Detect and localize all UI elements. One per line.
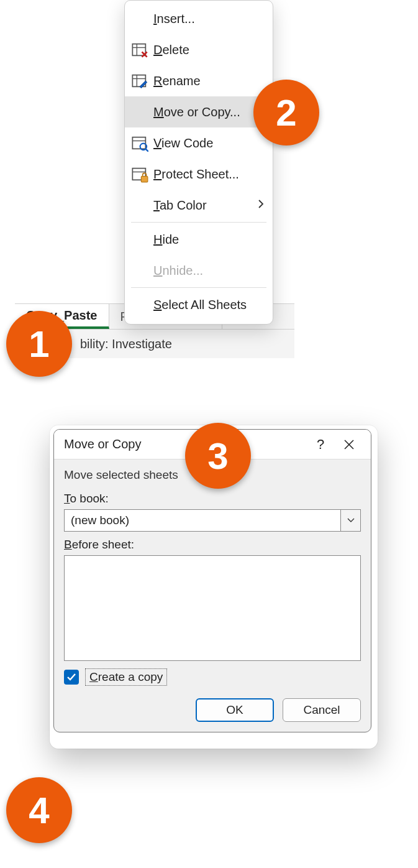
menu-label: Hide: [153, 233, 263, 247]
menu-view-code[interactable]: View Code: [125, 127, 273, 159]
menu-separator: [131, 222, 266, 223]
sheet-context-menu: Insert... Delete Rename Move or Copy... …: [124, 0, 273, 325]
blank-icon: [131, 262, 148, 279]
badge-number: 2: [276, 91, 296, 134]
badge-number: 4: [29, 789, 49, 832]
menu-protect-sheet[interactable]: Protect Sheet...: [125, 159, 273, 190]
menu-tab-color[interactable]: Tab Color: [125, 190, 273, 221]
dropdown-button[interactable]: [340, 510, 360, 531]
callout-badge-1: 1: [6, 311, 72, 377]
close-button[interactable]: [335, 432, 363, 457]
view-code-icon: [131, 134, 148, 152]
menu-insert[interactable]: Insert...: [125, 3, 273, 34]
close-icon: [343, 439, 355, 450]
button-label: Cancel: [303, 703, 340, 717]
chevron-right-icon: [258, 200, 264, 211]
menu-label: Unhide...: [153, 264, 263, 278]
menu-label: Move or Copy...: [153, 105, 263, 119]
badge-number: 1: [29, 323, 49, 366]
svg-rect-14: [141, 177, 148, 182]
protect-sheet-icon: [131, 165, 148, 183]
callout-badge-3: 3: [185, 423, 251, 489]
menu-select-all-sheets[interactable]: Select All Sheets: [125, 289, 273, 320]
menu-label: Rename: [153, 74, 263, 88]
to-book-label: To book:: [64, 492, 361, 506]
to-book-value: (new book): [65, 514, 340, 527]
blank-icon: [131, 10, 148, 27]
create-copy-row: Create a copy: [64, 668, 361, 686]
delete-sheet-icon: [131, 41, 148, 58]
dialog-body: Move selected sheets To book: (new book)…: [54, 459, 371, 732]
menu-unhide: Unhide...: [125, 255, 273, 286]
blank-icon: [131, 196, 148, 214]
badge-number: 3: [207, 435, 228, 478]
help-button[interactable]: ?: [306, 432, 335, 457]
menu-label: Delete: [153, 43, 263, 57]
svg-line-11: [145, 149, 148, 152]
blank-icon: [131, 103, 148, 121]
menu-hide[interactable]: Hide: [125, 224, 273, 255]
blank-icon: [131, 296, 148, 313]
button-label: OK: [226, 703, 243, 717]
cancel-button[interactable]: Cancel: [283, 698, 361, 722]
menu-label: View Code: [153, 136, 263, 150]
before-sheet-listbox[interactable]: [64, 555, 361, 661]
ok-button[interactable]: OK: [196, 698, 274, 722]
menu-label: Tab Color: [153, 198, 263, 213]
menu-label: Insert...: [153, 12, 263, 26]
menu-delete[interactable]: Delete: [125, 34, 273, 65]
menu-rename[interactable]: Rename: [125, 65, 273, 96]
accessibility-text: bility: Investigate: [80, 337, 172, 351]
menu-label: Protect Sheet...: [153, 167, 263, 182]
menu-separator: [131, 287, 266, 288]
menu-label: Select All Sheets: [153, 298, 263, 312]
rename-sheet-icon: [131, 72, 148, 90]
menu-move-or-copy[interactable]: Move or Copy...: [125, 96, 273, 127]
dialog-button-row: OK Cancel: [64, 698, 361, 722]
create-copy-checkbox[interactable]: [64, 670, 79, 685]
blank-icon: [131, 231, 148, 248]
callout-badge-4: 4: [6, 777, 72, 843]
create-copy-label[interactable]: Create a copy: [85, 668, 167, 686]
callout-badge-2: 2: [253, 80, 319, 145]
to-book-select[interactable]: (new book): [64, 509, 361, 532]
chevron-down-icon: [347, 518, 355, 523]
check-icon: [66, 672, 76, 682]
before-sheet-label: Before sheet:: [64, 538, 361, 552]
